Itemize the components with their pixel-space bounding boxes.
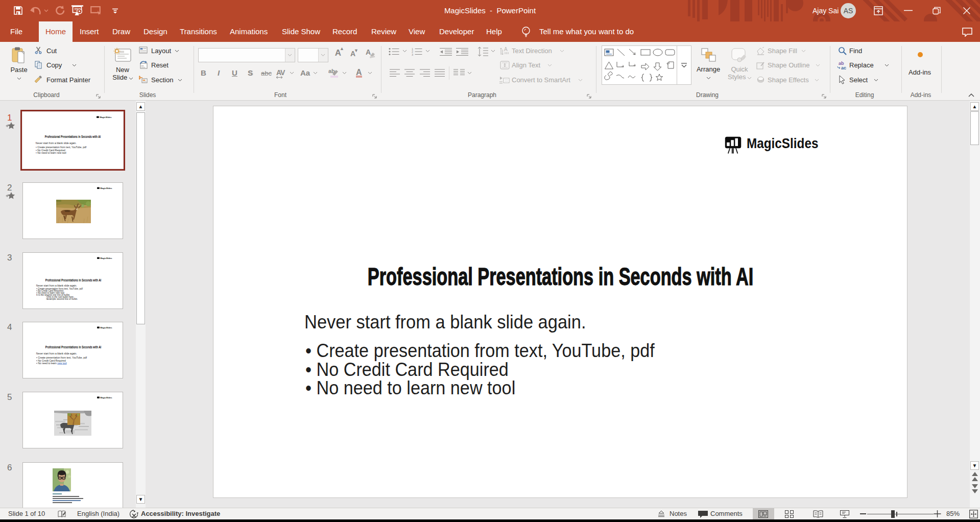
svg-text:A: A bbox=[366, 48, 371, 56]
svg-text:A: A bbox=[504, 47, 508, 52]
svg-text:3: 3 bbox=[412, 53, 413, 56]
svg-text:ac: ac bbox=[841, 65, 846, 70]
